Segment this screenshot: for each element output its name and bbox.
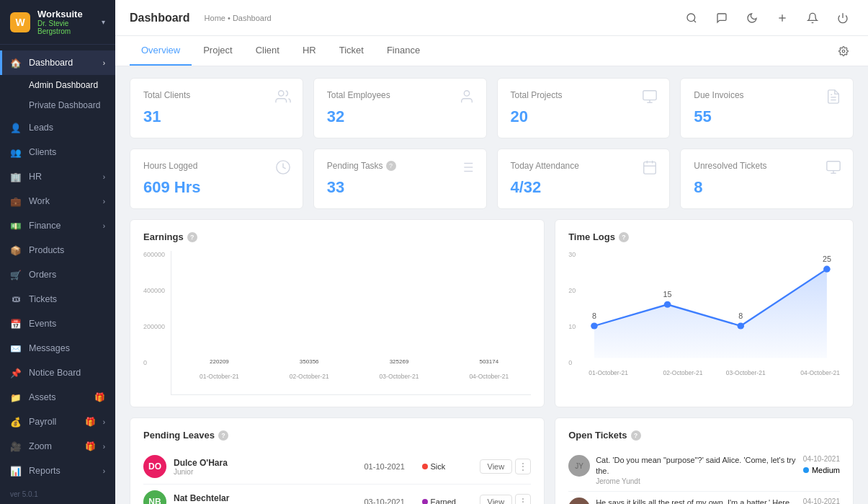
brand-info: Worksuite Dr. Stevie Bergstrom (37, 9, 94, 35)
ticket-text-1: Cat. 'Do you mean "purpose"?' said Alice… (596, 455, 797, 477)
tab-ticket[interactable]: Ticket (328, 36, 375, 66)
stat-label-total-employees: Total Employees (327, 90, 473, 100)
search-icon[interactable] (681, 7, 702, 29)
stat-card-total-projects: Total Projects 20 (497, 78, 671, 138)
zoom-badge: 🎁 (85, 441, 96, 451)
earnings-help-icon[interactable]: ? (187, 232, 197, 242)
stat-value-total-projects: 20 (511, 107, 657, 126)
assets-icon: 📁 (10, 392, 22, 403)
sidebar-item-leads[interactable]: 👤 Leads (0, 115, 115, 140)
sidebar-item-settings[interactable]: ⚙️ Settings (0, 483, 115, 485)
moon-icon[interactable] (741, 7, 763, 29)
leave-more-btn-2[interactable]: ⋮ (515, 494, 531, 504)
sidebar-item-dashboard[interactable]: 🏠 Dashboard › (0, 50, 115, 75)
payroll-chevron-icon: › (103, 418, 105, 426)
sidebar-subitem-admin-dashboard[interactable]: Admin Dashboard (0, 75, 115, 95)
brand-logo: W (10, 12, 30, 32)
stat-value-total-clients: 31 (143, 107, 290, 126)
line-axis-x: 01-October-21 02-October-21 03-October-2… (568, 369, 840, 376)
line-chart-area (594, 269, 827, 358)
bar-label-2: 02-October-21 (290, 373, 329, 380)
bar-val-4: 503174 (479, 358, 498, 365)
leave-name-2: Nat Bechtelar (174, 493, 357, 503)
timelogs-help-icon[interactable]: ? (619, 232, 629, 242)
ticket-avatar-1: JY (568, 455, 590, 477)
open-tickets-help-icon[interactable]: ? (631, 430, 641, 441)
sidebar-label-work: Work (29, 196, 96, 206)
open-tickets-card: Open Tickets ? JY Cat. 'Do you mean "pur… (555, 417, 854, 504)
payroll-icon: 💰 (10, 416, 22, 428)
tab-overview[interactable]: Overview (130, 36, 192, 66)
pending-leaves-help-icon[interactable]: ? (218, 430, 228, 441)
sidebar-item-zoom[interactable]: 🎥 Zoom 🎁 › (0, 434, 115, 459)
chat-icon[interactable] (711, 7, 733, 29)
leave-actions-2: View ⋮ (480, 494, 532, 504)
bar-label-3: 03-October-21 (380, 373, 419, 380)
sidebar-label-clients: Clients (29, 147, 105, 157)
line-chart-svg: 8 15 8 25 (581, 251, 840, 366)
sidebar-item-noticeboard[interactable]: 📌 Notice Board (0, 361, 115, 385)
stat-value-hours-logged: 609 Hrs (143, 178, 290, 197)
sidebar-item-payroll[interactable]: 💰 Payroll 🎁 › (0, 410, 115, 434)
ticket-badge-text-1: Medium (812, 466, 840, 474)
tab-hr[interactable]: HR (291, 36, 328, 66)
leave-view-btn-1[interactable]: View (480, 459, 513, 474)
sidebar-label-tickets: Tickets (29, 294, 105, 304)
tab-finance[interactable]: Finance (375, 36, 431, 66)
open-tickets-title: Open Tickets ? (568, 430, 840, 441)
stat-label-total-projects: Total Projects (511, 90, 657, 100)
bar-chart-bars: 220209 01-October-21 350356 02-October-2… (171, 251, 531, 395)
power-icon[interactable] (832, 7, 854, 29)
main-area: Dashboard Home • Dashboard Overview Proj… (115, 0, 868, 504)
sidebar-item-finance[interactable]: 💵 Finance › (0, 213, 115, 238)
svg-point-0 (687, 14, 695, 22)
leave-type-1: Sick (422, 462, 473, 471)
leave-view-btn-2[interactable]: View (480, 495, 513, 504)
bell-icon[interactable] (802, 7, 823, 29)
sidebar-item-work[interactable]: 💼 Work › (0, 189, 115, 213)
sidebar-label-products: Products (29, 245, 105, 255)
leave-type-2: Earned (422, 498, 473, 504)
ticket-row-2: LG He says it kills all the rest of my o… (568, 492, 840, 504)
stat-label-pending-tasks: Pending Tasks ? (327, 161, 473, 171)
leave-avatar-1: DO (143, 455, 166, 478)
line-val-2: 15 (663, 290, 672, 299)
pending-tasks-help-icon[interactable]: ? (386, 161, 396, 171)
stat-card-due-invoices: Due Invoices 55 (680, 78, 854, 138)
sidebar-item-events[interactable]: 📅 Events (0, 311, 115, 336)
bar-val-2: 350356 (300, 358, 319, 365)
dashboard-chevron-icon: › (103, 59, 105, 67)
sidebar-subitem-private-dashboard[interactable]: Private Dashboard (0, 95, 115, 115)
brand[interactable]: W Worksuite Dr. Stevie Bergstrom ▾ (0, 0, 115, 45)
tab-client[interactable]: Client (244, 36, 291, 66)
sidebar-item-products[interactable]: 📦 Products (0, 238, 115, 262)
sidebar-item-clients[interactable]: 👥 Clients (0, 140, 115, 164)
tab-settings-icon[interactable] (833, 41, 854, 61)
ticket-date-1: 04-10-2021 (803, 455, 840, 463)
line-dot-4 (823, 266, 831, 273)
sidebar-item-reports[interactable]: 📊 Reports › (0, 459, 115, 483)
finance-icon: 💵 (10, 220, 22, 231)
leads-icon: 👤 (10, 122, 22, 133)
stat-card-unresolved-tickets: Unresolved Tickets 8 (680, 149, 854, 209)
bar-axis-y: 0 200000 400000 600000 (143, 251, 171, 366)
payroll-badge: 🎁 (85, 417, 96, 427)
tickets-icon: 🎟 (10, 293, 22, 305)
sidebar-item-orders[interactable]: 🛒 Orders (0, 262, 115, 287)
bar-val-3: 325269 (390, 358, 409, 365)
sidebar: W Worksuite Dr. Stevie Bergstrom ▾ 🏠 Das… (0, 0, 115, 504)
tabs-bar: Overview Project Client HR Ticket Financ… (115, 36, 868, 66)
line-xlabel-1: 01-October-21 (589, 369, 651, 376)
leave-more-btn-1[interactable]: ⋮ (515, 459, 531, 474)
sidebar-label-noticeboard: Notice Board (29, 368, 105, 378)
tab-project[interactable]: Project (192, 36, 243, 66)
bar-chart-body: 220209 01-October-21 350356 02-October-2… (171, 251, 531, 395)
line-dot-3 (738, 322, 745, 329)
sidebar-item-assets[interactable]: 📁 Assets 🎁 (0, 385, 115, 410)
sidebar-label-hr: HR (29, 172, 96, 182)
plus-icon[interactable] (771, 7, 793, 29)
sidebar-item-messages[interactable]: ✉️ Messages (0, 336, 115, 361)
sidebar-item-hr[interactable]: 🏢 HR › (0, 164, 115, 189)
stat-label-hours-logged: Hours Logged (143, 161, 290, 171)
sidebar-item-tickets[interactable]: 🎟 Tickets (0, 287, 115, 311)
